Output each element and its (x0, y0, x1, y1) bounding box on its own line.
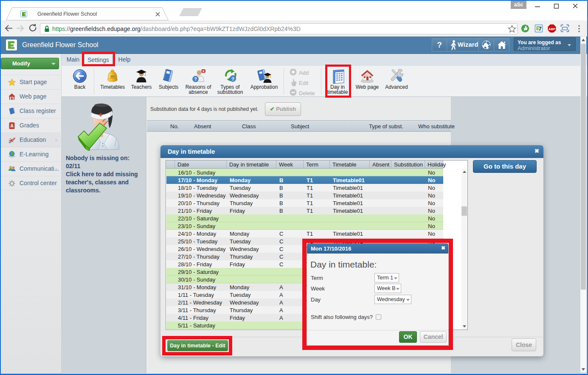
svg-text:?: ? (231, 76, 234, 82)
svg-text:A: A (10, 124, 13, 128)
svg-text:7: 7 (539, 26, 542, 32)
svg-text:?: ? (194, 77, 197, 82)
svg-text:asc: asc (110, 75, 115, 78)
svg-text:ABP: ABP (549, 27, 555, 31)
